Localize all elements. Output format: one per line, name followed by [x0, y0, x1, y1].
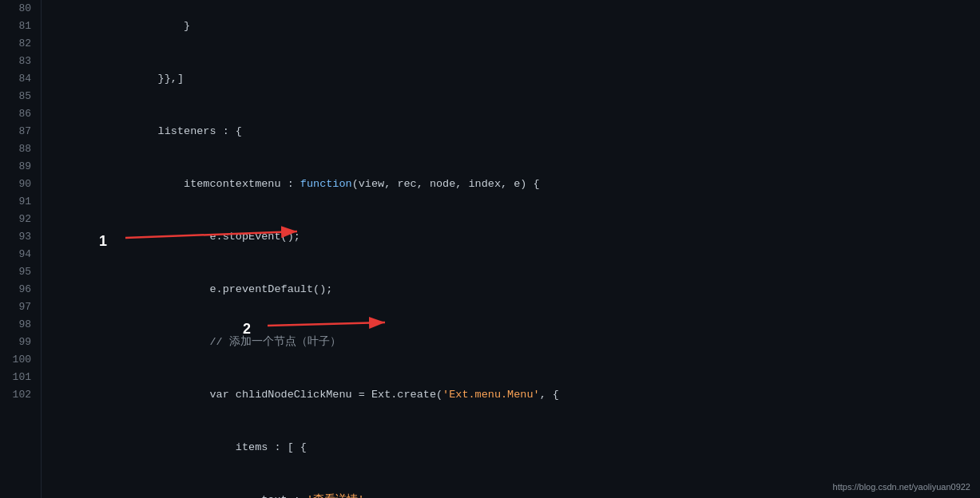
line-num-83: 83	[6, 53, 31, 70]
code-line-81: }},]	[54, 53, 980, 105]
line-num-99: 99	[6, 334, 31, 351]
code-token: text :	[106, 494, 307, 498]
line-num-100: 100	[6, 351, 31, 369]
code-token: itemcontextmenu :	[106, 178, 300, 190]
line-num-85: 85	[6, 88, 31, 105]
code-line-86: // 添加一个节点（叶子）	[54, 316, 980, 369]
line-num-80: 80	[6, 0, 31, 18]
code-line-83: itemcontextmenu : function(view, rec, no…	[54, 158, 980, 211]
line-num-95: 95	[6, 263, 31, 281]
code-token: function	[300, 178, 352, 190]
code-token: '查看详情'	[307, 494, 364, 498]
line-num-90: 90	[6, 176, 31, 193]
code-line-88: items : [ {	[54, 421, 980, 474]
line-num-81: 81	[6, 18, 31, 35]
line-num-98: 98	[6, 316, 31, 334]
code-line-87: var chlidNodeClickMenu = Ext.create('Ext…	[54, 369, 980, 421]
code-token: var chlidNodeClickMenu = Ext.create(	[106, 389, 442, 401]
code-line-80: }	[54, 0, 980, 53]
line-num-101: 101	[6, 369, 31, 386]
line-num-82: 82	[6, 35, 31, 53]
code-editor: 80 81 82 83 84 85 86 87 88 89 90 91 92 9…	[0, 0, 980, 498]
code-content: 80 81 82 83 84 85 86 87 88 89 90 91 92 9…	[0, 0, 980, 498]
line-num-96: 96	[6, 281, 31, 298]
line-num-88: 88	[6, 140, 31, 158]
code-token: listeners : {	[106, 125, 242, 137]
code-lines: } }},] listeners : { itemcontextmenu : f…	[42, 0, 980, 498]
code-token: items : [ {	[106, 441, 307, 453]
line-num-86: 86	[6, 105, 31, 123]
code-token: (view, rec, node, index, e) {	[352, 178, 540, 190]
code-token: , {	[540, 389, 559, 401]
code-token: }},]	[106, 73, 184, 85]
code-token: // 添加一个节点（叶子）	[106, 336, 341, 348]
line-num-87: 87	[6, 123, 31, 140]
code-token: 'Ext.menu.Menu'	[442, 389, 540, 401]
line-numbers: 80 81 82 83 84 85 86 87 88 89 90 91 92 9…	[0, 0, 42, 498]
line-num-97: 97	[6, 298, 31, 316]
code-line-85: e.preventDefault();	[54, 263, 980, 316]
line-num-84: 84	[6, 70, 31, 88]
code-line-84: e.stopEvent();	[54, 211, 980, 263]
code-token: }	[106, 20, 190, 32]
code-line-82: listeners : {	[54, 105, 980, 158]
watermark: https://blog.csdn.net/yaoliyuan0922	[833, 482, 970, 492]
line-num-89: 89	[6, 158, 31, 176]
code-token: ,	[364, 494, 371, 498]
line-num-94: 94	[6, 246, 31, 263]
line-num-92: 92	[6, 211, 31, 228]
line-num-93: 93	[6, 228, 31, 246]
code-token: e.stopEvent();	[106, 231, 300, 243]
line-num-91: 91	[6, 193, 31, 211]
line-num-102: 102	[6, 386, 31, 404]
code-token: e.preventDefault();	[106, 283, 333, 295]
